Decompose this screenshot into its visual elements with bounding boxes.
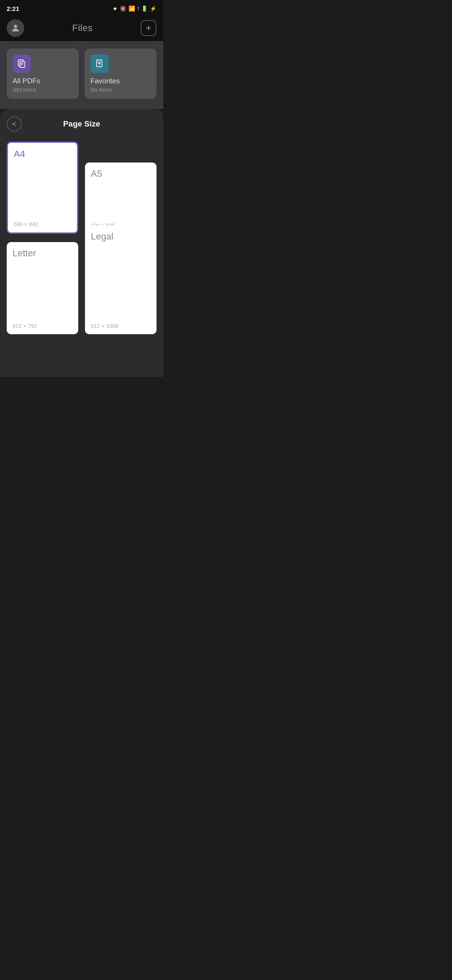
letter-dims: 612 × 792 (13, 323, 72, 329)
a4-dims: 595 × 842 (14, 221, 71, 227)
all-pdfs-icon (13, 54, 31, 73)
status-bar: 2:21 ★ 🔇 📶 ! 🔋 ⚡ (0, 0, 163, 15)
battery-icon: 🔋 (141, 5, 148, 12)
page-size-legal[interactable]: Legal 612 × 1008 (85, 225, 157, 334)
page-size-panel: < Page Size A4 595 × 842 A5 420 × 595 Le… (0, 109, 163, 377)
favorites-icon (90, 54, 109, 73)
legal-label: Legal (91, 231, 151, 242)
page-size-a5[interactable]: A5 420 × 595 (85, 162, 157, 234)
legal-dims: 612 × 1008 (91, 323, 151, 329)
app-bar: Files + (0, 15, 163, 41)
panel-header: < Page Size (0, 109, 163, 136)
avatar[interactable] (7, 19, 24, 37)
svg-rect-2 (20, 62, 25, 68)
all-pdfs-label: All PDFs (13, 77, 73, 85)
add-button[interactable]: + (141, 20, 157, 36)
a5-label: A5 (91, 168, 151, 179)
app-title: Files (72, 23, 93, 34)
file-card-favorites[interactable]: Favorites No Items (85, 49, 157, 99)
file-card-all-pdfs[interactable]: All PDFs 340 Items (7, 49, 79, 99)
alert-icon: ! (137, 5, 139, 12)
letter-label: Letter (13, 248, 72, 259)
status-icons: ★ 🔇 📶 ! 🔋 ⚡ (113, 5, 157, 12)
a4-label: A4 (14, 149, 71, 160)
files-section: All PDFs 340 Items Favorites No Items (0, 41, 163, 109)
wifi-icon: 📶 (128, 5, 135, 12)
svg-point-0 (14, 25, 17, 28)
svg-rect-6 (97, 60, 102, 67)
page-size-a4[interactable]: A4 595 × 842 (7, 142, 78, 234)
all-pdfs-count: 340 Items (13, 87, 73, 93)
favorites-label: Favorites (90, 77, 151, 85)
page-size-letter[interactable]: Letter 612 × 792 (7, 242, 78, 334)
bluetooth-icon: ★ (113, 5, 118, 12)
charge-icon: ⚡ (150, 5, 157, 12)
mute-icon: 🔇 (120, 5, 126, 12)
back-button[interactable]: < (7, 116, 22, 132)
status-time: 2:21 (7, 5, 19, 12)
page-size-grid: A4 595 × 842 A5 420 × 595 Letter 612 × 7… (0, 136, 163, 341)
favorites-count: No Items (90, 87, 151, 93)
panel-title: Page Size (63, 119, 100, 129)
